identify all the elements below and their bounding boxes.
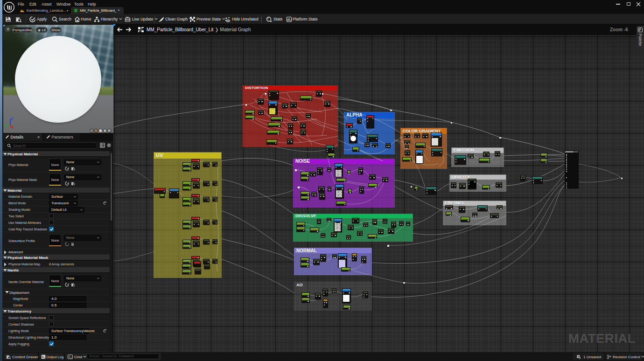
- svg-text:Y: Y: [4, 124, 7, 127]
- svg-text:Z: Z: [11, 117, 14, 120]
